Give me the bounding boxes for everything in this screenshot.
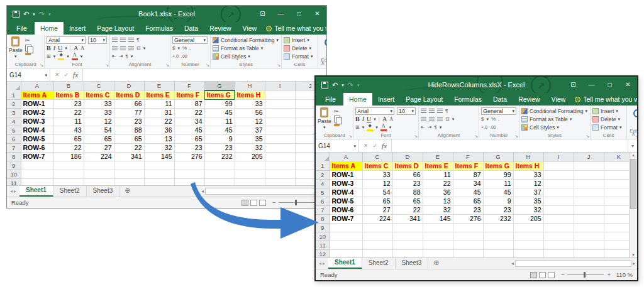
cell-B4[interactable]: 11 bbox=[53, 117, 84, 126]
insert-function-icon[interactable]: fx bbox=[382, 142, 387, 149]
cell-D11[interactable] bbox=[392, 241, 423, 249]
cell-B10[interactable] bbox=[53, 170, 84, 179]
underline-dropdown-icon[interactable]: ▾ bbox=[374, 117, 376, 121]
cell-E2[interactable]: 11 bbox=[144, 100, 174, 109]
cell-D5[interactable]: 88 bbox=[392, 188, 423, 197]
cell-E5[interactable]: 36 bbox=[423, 188, 453, 197]
dialog-launcher-icon[interactable]: ↘ bbox=[277, 63, 280, 67]
cell-G3[interactable]: 45 bbox=[204, 109, 235, 117]
cell-C4[interactable]: 12 bbox=[362, 179, 392, 188]
dialog-launcher-icon[interactable]: ↘ bbox=[586, 134, 589, 138]
row-header-7[interactable]: 7 bbox=[316, 205, 330, 214]
cell-F9[interactable] bbox=[453, 223, 483, 232]
shrink-font-button[interactable]: A bbox=[389, 116, 393, 122]
cell-F2[interactable]: 87 bbox=[174, 100, 204, 109]
cell-G2[interactable]: 99 bbox=[204, 100, 235, 109]
row-header-4[interactable]: 4 bbox=[316, 179, 330, 188]
cell-H12[interactable] bbox=[513, 249, 543, 257]
zoom-slider-thumb[interactable] bbox=[295, 200, 297, 205]
sheet-nav-right-icon[interactable]: ▸ bbox=[14, 188, 16, 194]
ribbon-tab-file[interactable]: File bbox=[318, 93, 343, 106]
cell-A9[interactable] bbox=[330, 223, 362, 232]
cell-I4[interactable] bbox=[265, 117, 295, 126]
paste-button[interactable]: Paste ▾ bbox=[9, 36, 23, 61]
name-box[interactable]: G14 ▾ bbox=[7, 68, 50, 81]
cell-I7[interactable] bbox=[543, 205, 574, 214]
ribbon-tab-page-layout[interactable]: Page Layout bbox=[400, 93, 448, 106]
cell-D5[interactable]: 88 bbox=[114, 126, 144, 135]
cell-G8[interactable]: 232 bbox=[204, 153, 235, 161]
row-header-11[interactable]: 11 bbox=[316, 241, 330, 249]
delete-cells-button[interactable]: Delete ▾ bbox=[592, 115, 625, 123]
row-header-6[interactable]: 6 bbox=[316, 197, 330, 205]
cell-A1[interactable]: Items A bbox=[330, 161, 362, 170]
row-header-11[interactable]: 11 bbox=[7, 179, 21, 186]
accounting-format-icon[interactable]: $ bbox=[172, 45, 175, 51]
fill-color-icon[interactable]: ◆ bbox=[367, 124, 373, 131]
scroll-up-icon[interactable]: ▴ bbox=[632, 153, 635, 158]
cell-K10[interactable] bbox=[604, 232, 629, 241]
align-right-icon[interactable] bbox=[128, 46, 134, 50]
cell-A9[interactable] bbox=[21, 161, 53, 170]
cell-H6[interactable]: 35 bbox=[513, 197, 543, 205]
cell-C9[interactable] bbox=[84, 161, 114, 170]
row-header-8[interactable]: 8 bbox=[7, 153, 21, 161]
normal-view-icon[interactable] bbox=[530, 272, 537, 278]
cell-A2[interactable]: ROW-1 bbox=[330, 170, 362, 179]
cell-E1[interactable]: Items E bbox=[423, 161, 453, 170]
sheet-tab-sheet3[interactable]: Sheet3 bbox=[396, 258, 429, 269]
column-header-D[interactable]: D bbox=[392, 153, 423, 161]
select-all-corner[interactable] bbox=[316, 153, 330, 161]
cell-G4[interactable]: 11 bbox=[204, 117, 235, 126]
insert-function-icon[interactable]: fx bbox=[73, 71, 78, 79]
increase-indent-icon[interactable]: ⇥ bbox=[428, 124, 432, 130]
ribbon-tab-view[interactable]: View bbox=[546, 93, 572, 106]
scroll-right-icon[interactable]: ▸ bbox=[633, 261, 635, 266]
font-name-combo[interactable]: Arial ▾ bbox=[47, 36, 86, 44]
cell-F8[interactable]: 276 bbox=[174, 153, 204, 161]
paste-button[interactable]: Paste ▾ bbox=[318, 107, 331, 132]
cell-H3[interactable]: 56 bbox=[235, 109, 265, 117]
align-top-icon[interactable] bbox=[112, 38, 118, 42]
cell-H9[interactable] bbox=[235, 161, 265, 170]
cell-C5[interactable]: 54 bbox=[362, 188, 392, 197]
cell-J12[interactable] bbox=[574, 249, 604, 257]
row-header-2[interactable]: 2 bbox=[316, 170, 330, 179]
shrink-font-button[interactable]: A bbox=[80, 45, 84, 51]
cell-J1[interactable] bbox=[574, 161, 604, 170]
cell-A11[interactable] bbox=[330, 241, 362, 249]
cell-F10[interactable] bbox=[174, 170, 204, 179]
cell-H5[interactable]: 37 bbox=[235, 126, 265, 135]
sheet-tab-sheet2[interactable]: Sheet2 bbox=[362, 258, 396, 269]
collapse-ribbon-icon[interactable]: ∧ bbox=[321, 60, 325, 66]
cell-I11[interactable] bbox=[265, 179, 295, 186]
column-header-G[interactable]: G bbox=[483, 153, 513, 161]
maximize-icon[interactable]: □ bbox=[290, 6, 308, 22]
grow-font-button[interactable]: A bbox=[74, 45, 78, 51]
cell-C10[interactable] bbox=[362, 232, 392, 241]
horizontal-scrollbar[interactable]: ◂ bbox=[199, 186, 326, 197]
cell-C1[interactable]: Items C bbox=[84, 90, 114, 100]
cell-I8[interactable] bbox=[265, 153, 295, 161]
cell-G1[interactable]: Items G bbox=[483, 161, 513, 170]
format-cells-button[interactable]: Format ▾ bbox=[284, 52, 316, 60]
tell-me-box[interactable]: Tell me what you want to do bbox=[266, 22, 327, 35]
column-header-F[interactable]: F bbox=[453, 153, 483, 161]
cell-D1[interactable]: Items D bbox=[392, 161, 423, 170]
cell-I1[interactable] bbox=[265, 90, 295, 100]
format-as-table-button[interactable]: Format as Table ▾ bbox=[213, 44, 279, 52]
borders-icon[interactable]: ⊞ bbox=[355, 124, 360, 130]
font-color-icon[interactable]: A bbox=[72, 53, 78, 60]
cell-G8[interactable]: 232 bbox=[483, 214, 513, 223]
align-left-icon[interactable] bbox=[112, 46, 118, 50]
row-header-1[interactable]: 1 bbox=[316, 161, 330, 170]
cell-J6[interactable] bbox=[574, 197, 604, 205]
zoom-slider[interactable] bbox=[567, 274, 604, 275]
cell-C3[interactable]: 33 bbox=[84, 109, 114, 117]
normal-view-icon[interactable] bbox=[242, 200, 248, 206]
cell-H5[interactable]: 37 bbox=[513, 188, 543, 197]
column-header-C[interactable]: C bbox=[84, 82, 114, 90]
column-header-F[interactable]: F bbox=[174, 82, 204, 90]
ribbon-tab-formulas[interactable]: Formulas bbox=[140, 22, 179, 35]
cell-H7[interactable]: 32 bbox=[235, 144, 265, 153]
